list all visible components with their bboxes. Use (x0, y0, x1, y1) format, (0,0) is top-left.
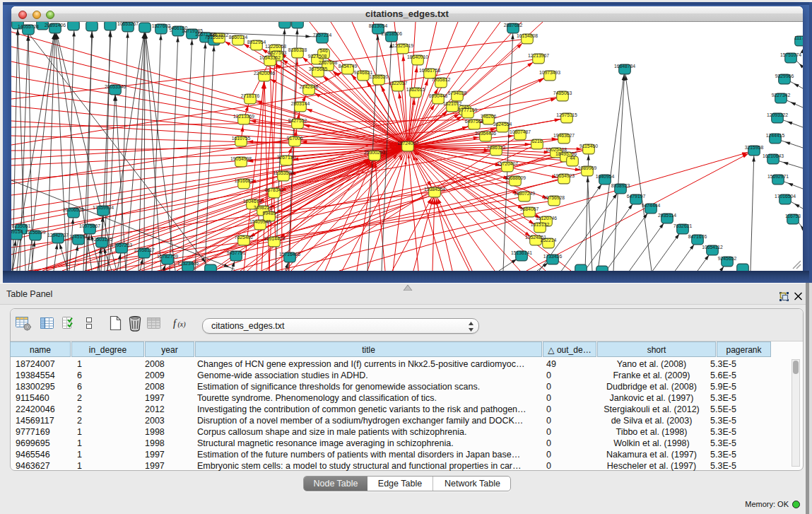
svg-text:746266: 746266 (481, 114, 497, 119)
svg-text:9457791: 9457791 (227, 250, 246, 255)
svg-text:9474444: 9474444 (642, 203, 661, 208)
svg-text:3624554: 3624554 (493, 122, 512, 127)
svg-text:8135061: 8135061 (12, 223, 31, 228)
svg-text:19054998: 19054998 (230, 156, 252, 161)
svg-text:22420046: 22420046 (254, 71, 275, 76)
svg-text:19654923: 19654923 (553, 173, 575, 178)
svg-text:8678342: 8678342 (265, 187, 284, 192)
svg-text:10973493: 10973493 (539, 70, 560, 75)
svg-text:12325419: 12325419 (392, 43, 413, 48)
svg-text:(x): (x) (178, 320, 187, 329)
svg-text:8471676: 8471676 (688, 234, 707, 239)
svg-text:8912954: 8912954 (247, 40, 266, 45)
svg-text:2242848: 2242848 (300, 84, 319, 89)
svg-text:7485063: 7485063 (553, 90, 572, 95)
svg-text:17016504: 17016504 (775, 194, 796, 199)
svg-text:917006: 917006 (287, 136, 303, 141)
svg-text:7357224: 7357224 (313, 33, 332, 37)
svg-text:1733426: 1733426 (543, 254, 563, 259)
svg-text:3267130: 3267130 (277, 155, 296, 160)
svg-text:9245652: 9245652 (718, 256, 737, 261)
svg-text:39154: 39154 (11, 229, 23, 234)
svg-text:10543362: 10543362 (259, 55, 281, 60)
svg-text:18724007: 18724007 (397, 141, 418, 146)
svg-text:18640910: 18640910 (407, 54, 428, 59)
svg-text:1322037: 1322037 (389, 81, 408, 86)
svg-text:1004678: 1004678 (243, 199, 262, 204)
svg-text:9777169: 9777169 (459, 107, 478, 112)
svg-text:19463627: 19463627 (553, 133, 575, 138)
svg-text:9327508: 9327508 (308, 54, 327, 59)
svg-text:2718176: 2718176 (241, 93, 260, 98)
svg-text:2935114: 2935114 (658, 213, 676, 218)
svg-text:16210643: 16210643 (763, 153, 784, 158)
svg-text:15716465: 15716465 (279, 252, 300, 257)
svg-text:1916682: 1916682 (235, 178, 254, 183)
svg-text:1640954: 1640954 (596, 174, 615, 179)
svg-text:25300293: 25300293 (364, 150, 385, 155)
svg-text:20891406: 20891406 (45, 23, 66, 28)
svg-text:9329966: 9329966 (775, 74, 794, 78)
svg-text:17359934: 17359934 (93, 205, 114, 210)
svg-text:8813054: 8813054 (369, 23, 388, 28)
svg-text:1244415: 1244415 (766, 133, 785, 138)
svg-text:44: 44 (570, 156, 575, 160)
svg-text:16154808: 16154808 (517, 33, 538, 38)
svg-text:19756928: 19756928 (543, 195, 565, 200)
svg-text:2367608: 2367608 (319, 60, 338, 65)
svg-text:20206536: 20206536 (63, 207, 84, 212)
svg-text:2803144: 2803144 (291, 101, 310, 106)
svg-text:116753: 116753 (785, 214, 801, 218)
svg-text:7625402: 7625402 (235, 235, 254, 240)
svg-text:2887682: 2887682 (504, 23, 523, 28)
svg-text:9684067: 9684067 (520, 206, 539, 211)
svg-text:12226058: 12226058 (265, 44, 286, 49)
svg-text:7632621: 7632621 (673, 223, 693, 228)
svg-text:7955812: 7955812 (432, 77, 451, 82)
svg-text:12975115: 12975115 (556, 112, 577, 117)
svg-text:20364436: 20364436 (475, 131, 496, 136)
svg-text:15409948: 15409948 (249, 219, 271, 224)
svg-text:7386322: 7386322 (487, 145, 506, 150)
svg-text:546: 546 (319, 48, 328, 53)
svg-text:6497568: 6497568 (465, 119, 484, 124)
svg-text:8938923: 8938923 (611, 183, 630, 188)
svg-text:16914479: 16914479 (264, 236, 285, 241)
svg-text:19218506: 19218506 (381, 31, 402, 36)
svg-text:15692971: 15692971 (767, 174, 789, 179)
svg-text:1615132: 1615132 (531, 222, 550, 227)
svg-text:7663822: 7663822 (210, 33, 229, 37)
svg-text:10653267: 10653267 (117, 22, 139, 26)
svg-text:11353594: 11353594 (273, 170, 294, 175)
svg-text:3498222: 3498222 (254, 205, 273, 210)
svg-text:6990448: 6990448 (429, 93, 448, 98)
svg-text:12213369: 12213369 (233, 114, 254, 119)
svg-text:15720407: 15720407 (497, 161, 518, 166)
svg-text:f: f (173, 318, 177, 329)
svg-text:11156829: 11156829 (25, 230, 45, 235)
svg-text:16848784: 16848784 (614, 64, 635, 69)
svg-text:1362615: 1362615 (406, 87, 425, 92)
svg-text:10654112: 10654112 (702, 245, 723, 250)
svg-text:20053346: 20053346 (105, 84, 126, 89)
svg-text:8186328: 8186328 (288, 47, 307, 52)
svg-text:12323446: 12323446 (177, 261, 199, 266)
svg-text:11172: 11172 (794, 35, 803, 40)
svg-text:15751074: 15751074 (780, 52, 801, 57)
svg-text:16053809: 16053809 (287, 22, 308, 23)
svg-text:6794028: 6794028 (448, 90, 467, 95)
svg-text:1089969: 1089969 (578, 165, 597, 170)
svg-text:1610755: 1610755 (232, 136, 251, 141)
svg-text:16120746: 16120746 (536, 216, 557, 221)
svg-text:99489: 99489 (263, 211, 276, 216)
svg-text:8427552: 8427552 (288, 118, 307, 123)
svg-text:6479197: 6479197 (627, 194, 646, 199)
svg-text:17957253: 17957253 (111, 243, 132, 247)
svg-text:10688609: 10688609 (505, 175, 526, 180)
svg-text:18807249: 18807249 (514, 191, 535, 196)
svg-text:252214: 252214 (541, 238, 557, 243)
svg-text:10975867: 10975867 (79, 223, 100, 228)
svg-text:14055724: 14055724 (18, 24, 39, 29)
svg-text:8454749: 8454749 (339, 64, 358, 69)
svg-text:12942737: 12942737 (47, 233, 69, 238)
